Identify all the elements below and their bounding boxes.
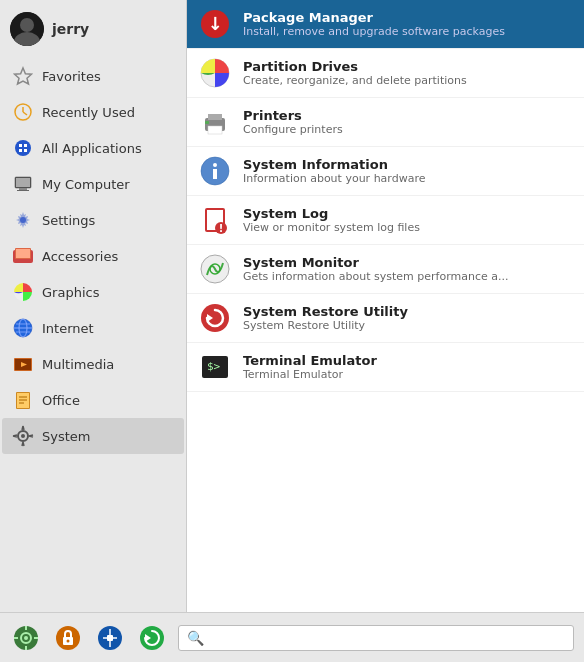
app-name-package-manager: Package Manager [243, 10, 505, 25]
sidebar-item-office[interactable]: Office [2, 382, 184, 418]
search-input[interactable] [208, 630, 565, 645]
app-info-system-log: System Log View or monitor system log fi… [243, 206, 420, 234]
avatar [10, 12, 44, 46]
app-desc-system-monitor: Gets information about system performanc… [243, 270, 509, 283]
app-item-partition-drives[interactable]: Partition Drives Create, reorganize, and… [187, 49, 584, 98]
sidebar-label-office: Office [42, 393, 80, 408]
svg-text:$>: $> [207, 360, 221, 373]
app-desc-partition-drives: Create, reorganize, and delete partition… [243, 74, 467, 87]
app-item-system-monitor[interactable]: System Monitor Gets information about sy… [187, 245, 584, 294]
svg-text:↓: ↓ [207, 13, 222, 34]
app-name-system-monitor: System Monitor [243, 255, 509, 270]
system-restore-icon [199, 302, 231, 334]
svg-rect-11 [24, 149, 27, 152]
graphics-icon [12, 281, 34, 303]
app-desc-printers: Configure printers [243, 123, 343, 136]
bottom-lock-icon[interactable] [52, 622, 84, 654]
app-item-system-restore[interactable]: System Restore Utility System Restore Ut… [187, 294, 584, 343]
app-info-system-information: System Information Information about you… [243, 157, 425, 185]
svg-line-6 [23, 112, 27, 115]
multimedia-icon [12, 353, 34, 375]
system-information-icon [199, 155, 231, 187]
sidebar-label-recently-used: Recently Used [42, 105, 135, 120]
sidebar-label-graphics: Graphics [42, 285, 99, 300]
svg-point-7 [15, 140, 31, 156]
sidebar-label-multimedia: Multimedia [42, 357, 114, 372]
app-desc-system-log: View or monitor system log files [243, 221, 420, 234]
sidebar-label-system: System [42, 429, 90, 444]
search-bar[interactable]: 🔍 [178, 625, 574, 651]
internet-icon [12, 317, 34, 339]
app-desc-package-manager: Install, remove and upgrade software pac… [243, 25, 505, 38]
bottom-bar: 🔍 [0, 612, 584, 662]
star-icon [12, 65, 34, 87]
svg-rect-40 [208, 114, 222, 120]
app-item-terminal[interactable]: $> Terminal Emulator Terminal Emulator [187, 343, 584, 392]
app-item-printers[interactable]: Printers Configure printers [187, 98, 584, 147]
svg-marker-3 [15, 68, 32, 84]
svg-point-72 [140, 626, 164, 650]
app-name-printers: Printers [243, 108, 343, 123]
grid-icon [12, 137, 34, 159]
svg-rect-19 [16, 249, 30, 258]
app-name-terminal: Terminal Emulator [243, 353, 377, 368]
bottom-settings-icon[interactable] [10, 622, 42, 654]
package-manager-icon: ↓ [199, 8, 231, 40]
sidebar: jerry Favorites [0, 0, 186, 612]
bottom-update-icon[interactable] [136, 622, 168, 654]
main-area: jerry Favorites [0, 0, 584, 612]
svg-rect-67 [107, 635, 113, 641]
svg-point-52 [201, 304, 229, 332]
svg-point-35 [21, 434, 25, 438]
app-desc-terminal: Terminal Emulator [243, 368, 377, 381]
printers-icon [199, 106, 231, 138]
app-name-system-log: System Log [243, 206, 420, 221]
svg-rect-9 [24, 144, 27, 147]
terminal-icon: $> [199, 351, 231, 383]
sidebar-label-internet: Internet [42, 321, 94, 336]
svg-rect-15 [17, 190, 29, 191]
sidebar-item-all-applications[interactable]: All Applications [2, 130, 184, 166]
partition-drives-icon [199, 57, 231, 89]
app-item-package-manager[interactable]: ↓ Package Manager Install, remove and up… [187, 0, 584, 49]
computer-icon [12, 173, 34, 195]
sidebar-item-my-computer[interactable]: My Computer [2, 166, 184, 202]
content-area: ↓ Package Manager Install, remove and up… [186, 0, 584, 612]
bottom-network-icon[interactable] [94, 622, 126, 654]
svg-rect-42 [205, 121, 209, 124]
system-log-icon: ! [199, 204, 231, 236]
app-info-system-restore: System Restore Utility System Restore Ut… [243, 304, 408, 332]
sidebar-item-recently-used[interactable]: Recently Used [2, 94, 184, 130]
app-item-system-information[interactable]: System Information Information about you… [187, 147, 584, 196]
app-info-printers: Printers Configure printers [243, 108, 343, 136]
sidebar-label-settings: Settings [42, 213, 95, 228]
app-container: jerry Favorites [0, 0, 584, 662]
svg-rect-10 [19, 149, 22, 152]
search-icon: 🔍 [187, 630, 204, 646]
svg-rect-13 [16, 178, 30, 187]
app-item-system-log[interactable]: ! System Log View or monitor system log … [187, 196, 584, 245]
sidebar-item-favorites[interactable]: Favorites [2, 58, 184, 94]
svg-rect-8 [19, 144, 22, 147]
sidebar-item-multimedia[interactable]: Multimedia [2, 346, 184, 382]
sidebar-label-all-applications: All Applications [42, 141, 142, 156]
app-name-system-restore: System Restore Utility [243, 304, 408, 319]
sidebar-item-system[interactable]: System [2, 418, 184, 454]
app-desc-system-information: Information about your hardware [243, 172, 425, 185]
sidebar-item-internet[interactable]: Internet [2, 310, 184, 346]
sidebar-item-settings[interactable]: Settings [2, 202, 184, 238]
svg-point-65 [67, 639, 70, 642]
svg-text:!: ! [219, 223, 224, 234]
sidebar-label-favorites: Favorites [42, 69, 101, 84]
svg-rect-41 [208, 126, 222, 134]
sidebar-item-accessories[interactable]: Accessories [2, 238, 184, 274]
system-icon [12, 425, 34, 447]
sidebar-item-graphics[interactable]: Graphics [2, 274, 184, 310]
svg-rect-14 [19, 188, 27, 190]
settings-icon [12, 209, 34, 231]
sidebar-label-accessories: Accessories [42, 249, 118, 264]
sidebar-label-my-computer: My Computer [42, 177, 130, 192]
svg-point-44 [213, 163, 217, 167]
app-info-partition-drives: Partition Drives Create, reorganize, and… [243, 59, 467, 87]
app-info-system-monitor: System Monitor Gets information about sy… [243, 255, 509, 283]
